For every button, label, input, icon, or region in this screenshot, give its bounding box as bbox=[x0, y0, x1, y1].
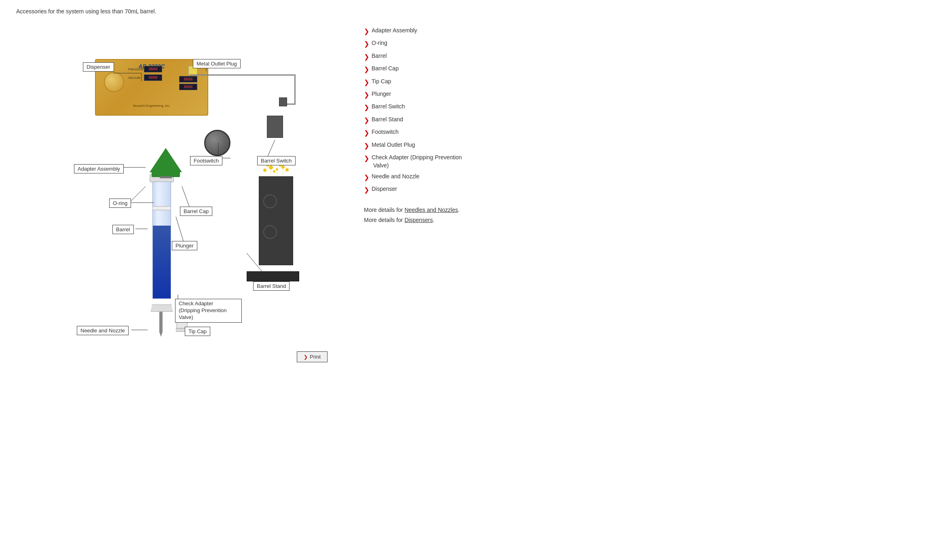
needles-nozzles-link[interactable]: Needles and Nozzles bbox=[404, 207, 458, 213]
adapter-assembly-visual bbox=[150, 148, 182, 180]
barrel-stand-visual bbox=[247, 164, 299, 281]
bullet-plunger: ❯ bbox=[364, 91, 369, 99]
main-container: AD 3300C PRESSURE 0000 VACUUM 0000 8888 … bbox=[16, 23, 935, 366]
check-adapter-label: Check Adapter(Dripping Prevention Valve) bbox=[175, 299, 242, 323]
barrel-switch-device bbox=[267, 116, 283, 138]
barrel-switch-label: Barrel Switch bbox=[257, 156, 296, 165]
svg-line-12 bbox=[176, 217, 184, 243]
diagram-area: AD 3300C PRESSURE 0000 VACUUM 0000 8888 … bbox=[16, 23, 332, 366]
outlet-tube-vertical bbox=[294, 74, 296, 105]
bullet-o-ring: ❯ bbox=[364, 40, 369, 49]
needle-point bbox=[159, 332, 163, 337]
svg-point-23 bbox=[263, 169, 266, 172]
list-item-metal-outlet: ❯ Metal Outlet Plug bbox=[364, 141, 935, 150]
right-display-1: 8888 bbox=[179, 76, 197, 82]
barrel-plunger-visual bbox=[153, 206, 171, 210]
intro-text: Accessories for the system using less th… bbox=[16, 8, 935, 15]
list-item-label: Dispenser bbox=[372, 185, 397, 193]
bullet-barrel: ❯ bbox=[364, 53, 369, 61]
print-button[interactable]: ❯ Print bbox=[297, 351, 328, 362]
list-item-barrel-switch: ❯ Barrel Switch bbox=[364, 103, 935, 112]
list-item-label: Barrel Cap bbox=[372, 65, 399, 73]
barrel-bottom bbox=[151, 304, 173, 312]
bullet-metal-outlet: ❯ bbox=[364, 142, 369, 150]
bullet-dispenser: ❯ bbox=[364, 186, 369, 194]
pressure-label: PRESSURE bbox=[128, 68, 142, 71]
more-details-needles: More details for Needles and Nozzles. bbox=[364, 205, 935, 215]
bullet-barrel-stand: ❯ bbox=[364, 116, 369, 125]
outlet-tube-horizontal bbox=[190, 74, 295, 76]
needle-visual bbox=[158, 312, 164, 338]
machine-right-display: 8888 8888 bbox=[179, 76, 197, 90]
bullet-needle-nozzle: ❯ bbox=[364, 173, 369, 182]
vacuum-display: 0000 bbox=[144, 74, 162, 81]
list-item-dispenser: ❯ Dispenser bbox=[364, 185, 935, 194]
svg-line-8 bbox=[129, 186, 146, 203]
list-item-label: O-ring bbox=[372, 39, 387, 47]
metal-outlet-plug-label: Metal Outlet Plug bbox=[193, 59, 241, 68]
list-item-footswitch: ❯ Footswitch bbox=[364, 128, 935, 137]
svg-rect-20 bbox=[160, 176, 172, 178]
o-ring-label: O-ring bbox=[109, 199, 131, 208]
print-button-label: Print bbox=[310, 354, 321, 360]
barrel-liquid bbox=[153, 226, 171, 298]
svg-line-6 bbox=[267, 140, 275, 158]
print-icon: ❯ bbox=[304, 354, 308, 360]
list-item-label: Footswitch bbox=[372, 128, 399, 136]
list-item-label: Tip Cap bbox=[372, 78, 391, 86]
stand-body bbox=[259, 176, 293, 265]
list-item-plunger: ❯ Plunger bbox=[364, 90, 935, 99]
bullet-barrel-switch: ❯ bbox=[364, 103, 369, 112]
list-item-label: Plunger bbox=[372, 90, 391, 98]
more-details-needles-text: More details for bbox=[364, 207, 404, 213]
display-row-vacuum: VACUUM 0000 bbox=[128, 74, 162, 81]
dispensers-link[interactable]: Dispensers bbox=[404, 217, 433, 223]
right-display-2: 8888 bbox=[179, 84, 197, 90]
bullet-adapter-assembly: ❯ bbox=[364, 27, 369, 36]
list-item-check-adapter: ❯ Check Adapter (Dripping Prevention Val… bbox=[364, 154, 935, 169]
vacuum-label: VACUUM bbox=[128, 76, 142, 79]
adapter-svg bbox=[150, 148, 182, 178]
list-item-label: Metal Outlet Plug bbox=[372, 141, 415, 149]
outlet-plug-device bbox=[279, 97, 287, 106]
list-item-label: Barrel Switch bbox=[372, 103, 405, 111]
barrel-body bbox=[152, 182, 171, 299]
list-item-barrel: ❯ Barrel bbox=[364, 52, 935, 61]
machine-knob bbox=[104, 72, 124, 92]
more-details-dispensers: More details for Dispensers. bbox=[364, 215, 935, 225]
adapter-assembly-label: Adapter Assembly bbox=[74, 164, 124, 173]
plunger-label: Plunger bbox=[172, 241, 197, 250]
bullet-barrel-cap: ❯ bbox=[364, 65, 369, 74]
list-item-needle-nozzle: ❯ Needle and Nozzle bbox=[364, 173, 935, 182]
needle-body bbox=[159, 312, 163, 332]
more-details: More details for Needles and Nozzles. Mo… bbox=[364, 205, 935, 225]
list-item-barrel-cap: ❯ Barrel Cap bbox=[364, 65, 935, 74]
list-item-label: Barrel bbox=[372, 52, 387, 60]
list-item-o-ring: ❯ O-ring bbox=[364, 39, 935, 49]
list-item-label: Check Adapter (Dripping Prevention Valve… bbox=[372, 154, 462, 169]
list-item-label: Adapter Assembly bbox=[372, 27, 417, 35]
svg-marker-18 bbox=[150, 148, 182, 172]
tip-cap-label: Tip Cap bbox=[185, 327, 210, 336]
display-row-pressure: PRESSURE 0000 bbox=[128, 66, 162, 72]
list-item-label: Needle and Nozzle bbox=[372, 173, 419, 181]
bullet-footswitch: ❯ bbox=[364, 129, 369, 137]
barrel-label: Barrel bbox=[112, 225, 134, 234]
pressure-display: 0000 bbox=[144, 66, 162, 72]
footswitch-label: Footswitch bbox=[190, 156, 222, 165]
machine-displays: PRESSURE 0000 VACUUM 0000 bbox=[128, 66, 162, 81]
more-details-dispensers-text: More details for bbox=[364, 217, 404, 223]
list-item-adapter-assembly: ❯ Adapter Assembly bbox=[364, 27, 935, 36]
list-item-label: Barrel Stand bbox=[372, 116, 403, 124]
machine-brand: Musashi Engineering, Inc. bbox=[133, 104, 170, 108]
list-item-tip-cap: ❯ Tip Cap bbox=[364, 78, 935, 87]
svg-rect-19 bbox=[152, 171, 180, 177]
stand-base bbox=[247, 271, 299, 281]
list-item-barrel-stand: ❯ Barrel Stand bbox=[364, 116, 935, 125]
footswitch-device bbox=[204, 130, 230, 156]
bullet-check-adapter: ❯ bbox=[364, 154, 369, 163]
dispenser-label: Dispenser bbox=[83, 62, 114, 72]
svg-point-28 bbox=[273, 170, 275, 173]
diagram-section: AD 3300C PRESSURE 0000 VACUUM 0000 8888 … bbox=[16, 23, 348, 366]
more-details-dispensers-end: . bbox=[433, 217, 434, 223]
